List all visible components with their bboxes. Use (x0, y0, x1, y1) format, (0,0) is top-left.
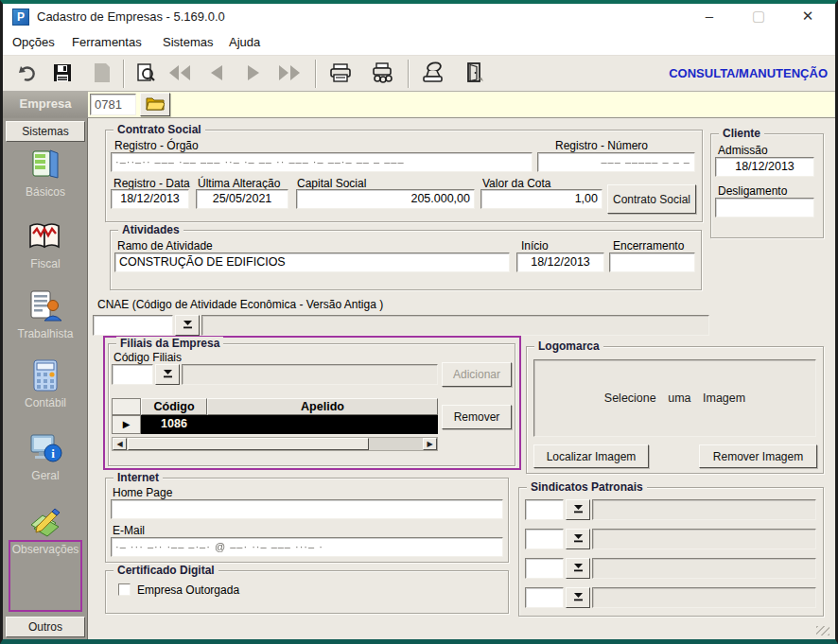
sidebar-item-fiscal[interactable]: Fiscal (3, 218, 88, 270)
registro-orgao-field[interactable]: ·–··–·· ––– ·–– ––– ··– ·– –– ·· ––– ·– … (111, 152, 532, 172)
contabil-icon (27, 357, 63, 393)
toolbar: CONSULTA/MANUTENÇÃO (3, 56, 835, 92)
sindicato-2-dropdown-button[interactable] (566, 529, 590, 549)
sidebar-footer-outros[interactable]: Outros (6, 617, 85, 637)
ramo-atividade-field[interactable]: CONSTRUÇÃO DE EDIFICIOS (114, 252, 510, 272)
filiais-hscrollbar[interactable]: ◀ ▶ (112, 437, 438, 451)
sindicato-3-dropdown-button[interactable] (566, 558, 590, 579)
inicio-label: Início (521, 239, 549, 252)
table-cell-codigo[interactable]: 1086 (141, 415, 207, 434)
maximize-button[interactable]: ▢ (739, 4, 778, 30)
desligamento-field[interactable] (715, 198, 814, 218)
undo-button[interactable] (10, 60, 43, 88)
atividades-title: Atividades (118, 223, 183, 236)
save-button[interactable] (46, 60, 79, 88)
capital-social-field[interactable]: 205.000,00 (296, 189, 475, 209)
table-row-indicator: ▶ (112, 415, 141, 434)
sidebar-item-label: Básicos (3, 185, 88, 199)
sidebar-header-sistemas[interactable]: Sistemas (6, 121, 85, 142)
sidebar-item-geral[interactable]: i Geral (3, 430, 88, 482)
localizar-imagem-button[interactable]: Localizar Imagem (533, 444, 649, 468)
sindicato-1-input[interactable] (525, 499, 564, 520)
email-label: E-Mail (113, 524, 145, 537)
last-record-button[interactable] (273, 60, 306, 88)
first-record-button[interactable] (164, 60, 196, 88)
registro-orgao-label: Registro - Órgão (114, 139, 199, 152)
cnae-dropdown-button[interactable] (175, 315, 200, 336)
resize-grip[interactable] (816, 626, 829, 635)
cancel-button[interactable] (86, 60, 118, 88)
save-icon (52, 62, 73, 86)
sindicato-3-input[interactable] (525, 558, 564, 579)
undo-icon (16, 62, 37, 86)
toolbar-separator (315, 60, 317, 88)
open-empresa-button[interactable] (140, 93, 170, 116)
ultima-alteracao-field[interactable]: 25/05/2021 (196, 189, 288, 209)
scroll-left-button[interactable]: ◀ (113, 438, 127, 450)
exit-door-icon (463, 61, 486, 87)
sindicato-2-input[interactable] (525, 529, 564, 549)
remover-button[interactable]: Remover (442, 405, 512, 429)
dropdown-arrow-icon (573, 532, 584, 546)
sindicato-4-dropdown-button[interactable] (566, 587, 590, 608)
internet-title: Internet (113, 471, 163, 484)
table-header-apelido[interactable]: Apelido (207, 398, 438, 415)
stamp-button[interactable] (417, 60, 449, 88)
scroll-thumb[interactable] (128, 438, 369, 450)
dropdown-arrow-icon (573, 562, 584, 575)
registro-numero-field[interactable]: ––– ––––– – – – (537, 152, 695, 172)
folder-open-icon (146, 96, 165, 113)
sidebar-item-basicos[interactable]: Básicos (3, 147, 88, 199)
exit-button[interactable] (459, 60, 491, 88)
email-field[interactable]: ·– ··· –·· ·–– –·–· @ ––· ··– ––– ···– · (111, 537, 503, 557)
print-button[interactable] (324, 60, 357, 88)
next-record-button[interactable] (237, 60, 270, 88)
ramo-atividade-label: Ramo de Atividade (117, 239, 213, 252)
table-cell-apelido[interactable] (207, 415, 438, 434)
prev-record-button[interactable] (201, 60, 233, 88)
table-header-codigo[interactable]: Código (141, 398, 207, 415)
empresa-label: Empresa (3, 92, 88, 117)
adicionar-button[interactable]: Adicionar (442, 362, 512, 387)
home-page-field[interactable] (111, 499, 503, 519)
close-button[interactable]: ✕ (788, 4, 828, 30)
empresa-code-input[interactable]: 0781 (90, 94, 136, 115)
app-window: P Cadastro de Empresas - 5.169.0.0 – ▢ ✕… (0, 0, 838, 644)
valor-cota-field[interactable]: 1,00 (480, 189, 602, 209)
scroll-right-button[interactable]: ▶ (423, 438, 437, 450)
menu-ajuda[interactable]: Ajuda (229, 35, 260, 49)
sindicato-1-dropdown-button[interactable] (566, 499, 590, 520)
toolbar-separator (123, 60, 125, 88)
sidebar-item-label: Observações (3, 543, 88, 556)
sindicato-4-input[interactable] (525, 587, 564, 608)
sindicatos-title: Sindicatos Patronais (527, 480, 647, 494)
cliente-title: Cliente (719, 127, 764, 140)
sidebar-item-observacoes[interactable]: Observações (3, 504, 88, 556)
minimize-button[interactable]: – (690, 4, 729, 30)
last-record-icon (277, 63, 302, 85)
menu-opcoes[interactable]: Opções (12, 35, 55, 49)
cnae-code-input[interactable] (93, 315, 173, 336)
sidebar-item-trabalhista[interactable]: Trabalhista (3, 288, 88, 340)
next-record-icon (245, 63, 262, 85)
title-bar: P Cadastro de Empresas - 5.169.0.0 – ▢ ✕ (3, 4, 835, 30)
sidebar-item-contabil[interactable]: Contábil (3, 357, 88, 409)
empresa-outorgada-checkbox[interactable] (118, 583, 131, 596)
cnae-description-field (201, 315, 709, 336)
admissao-field[interactable]: 18/12/2013 (715, 157, 814, 177)
logomarca-title: Logomarca (534, 339, 603, 353)
sidebar-item-label: Trabalhista (3, 327, 88, 340)
print-batch-button[interactable] (366, 60, 398, 88)
encerramento-field[interactable] (609, 252, 695, 272)
registro-data-field[interactable]: 18/12/2013 (111, 189, 189, 209)
contrato-social-button[interactable]: Contrato Social (607, 184, 696, 214)
filiais-dropdown-button[interactable] (155, 364, 180, 385)
remover-imagem-button[interactable]: Remover Imagem (699, 444, 817, 468)
inicio-field[interactable]: 18/12/2013 (516, 252, 604, 272)
preview-button[interactable] (130, 60, 162, 88)
svg-text:i: i (51, 446, 55, 461)
menu-sistemas[interactable]: Sistemas (163, 35, 213, 49)
codigo-filiais-input[interactable] (112, 364, 153, 385)
encerramento-label: Encerramento (613, 239, 684, 252)
menu-ferramentas[interactable]: Ferramentas (72, 35, 142, 49)
